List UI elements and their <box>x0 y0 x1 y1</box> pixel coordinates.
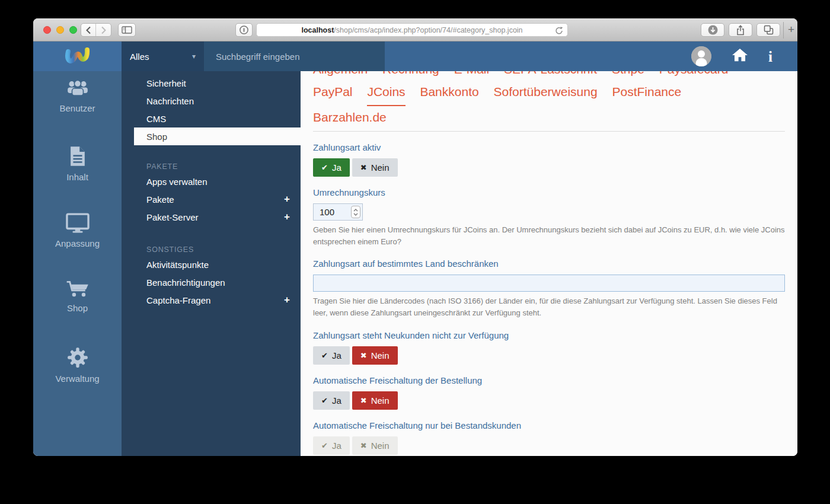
no-button-disabled[interactable]: ✖ Nein <box>352 436 398 455</box>
minimize-window-button[interactable] <box>56 26 64 34</box>
reload-icon <box>555 26 563 35</box>
tab-barzahlen[interactable]: Barzahlen.de <box>313 106 387 129</box>
menu-item-apps-verwalten[interactable]: Apps verwalten <box>122 173 301 190</box>
menu-item-label: Pakete <box>146 194 174 205</box>
tab-divider <box>313 131 785 132</box>
check-icon: ✔ <box>321 441 328 450</box>
field-label: Zahlungsart auf bestimmtes Land beschrän… <box>313 259 785 269</box>
download-icon <box>708 25 718 35</box>
back-button[interactable] <box>81 24 96 36</box>
field-zahlungsart-aktiv: Zahlungsart aktiv ✔ Ja ✖ Nein <box>313 142 785 177</box>
field-label: Umrechnungskurs <box>313 187 785 197</box>
menu-item-sicherheit[interactable]: Sicherheit <box>122 74 301 92</box>
payment-tabs: Allgemein Rechnung E-Mail SEPA-Lastschri… <box>313 71 785 129</box>
user-avatar[interactable] <box>691 46 711 66</box>
home-button[interactable] <box>732 48 748 65</box>
primary-sidebar: Benutzer Inhalt <box>33 71 122 456</box>
no-label: Nein <box>371 350 390 361</box>
tab-paypal[interactable]: PayPal <box>313 81 353 103</box>
close-window-button[interactable] <box>43 26 51 34</box>
tab-postfinance[interactable]: PostFinance <box>612 81 681 103</box>
downloads-button[interactable] <box>701 23 724 37</box>
yes-label: Ja <box>332 162 341 173</box>
menu-item-shop-active[interactable]: Shop <box>134 127 301 145</box>
tab-overview-icon <box>764 25 774 35</box>
search-scope-dropdown[interactable]: Alles ▾ <box>122 42 204 71</box>
share-button[interactable] <box>729 23 752 37</box>
reload-button[interactable] <box>555 26 563 37</box>
tab-sepa-lastschrift[interactable]: SEPA-Lastschrift <box>504 71 597 81</box>
field-help: Tragen Sie hier die Ländercodes (nach IS… <box>313 295 785 319</box>
menu-item-label: Captcha-Fragen <box>146 295 210 305</box>
woltlab-logo[interactable] <box>33 42 122 71</box>
yes-label: Ja <box>332 350 341 361</box>
desktop-icon <box>65 213 90 233</box>
yes-button[interactable]: ✔ Ja <box>313 158 350 177</box>
sidebar-item-label: Verwaltung <box>55 374 99 384</box>
tab-bankkonto[interactable]: Bankkonto <box>420 81 478 103</box>
plus-icon[interactable]: + <box>284 294 290 306</box>
chrome-right-buttons <box>701 23 780 37</box>
no-button[interactable]: ✖ Nein <box>352 158 398 177</box>
address-bar[interactable]: localhost/shop/cms/acp/index.php?option/… <box>256 23 568 37</box>
search-input[interactable] <box>204 52 385 62</box>
tab-paysafecard[interactable]: Paysafecard <box>659 71 729 81</box>
sidebar-item-anpassung[interactable]: Anpassung <box>33 210 122 277</box>
menu-item-nachrichten[interactable]: Nachrichten <box>122 92 301 110</box>
menu-item-paket-server[interactable]: Paket-Server+ <box>122 208 301 226</box>
menu-item-pakete[interactable]: Pakete+ <box>122 190 301 208</box>
menu-item-benachrichtigungen[interactable]: Benachrichtigungen <box>122 273 301 291</box>
menu-section-header: SONSTIGES <box>122 244 301 256</box>
sidebar-item-inhalt[interactable]: Inhalt <box>33 143 122 210</box>
yes-button[interactable]: ✔ Ja <box>313 391 350 410</box>
field-help: Geben Sie hier einen Umrechnungskurs für… <box>313 224 785 248</box>
zoom-window-button[interactable] <box>69 26 77 34</box>
info-button[interactable]: i <box>768 49 772 64</box>
sidebar-item-shop[interactable]: Shop <box>33 277 122 344</box>
new-tab-button[interactable]: + <box>786 21 797 38</box>
laendercodes-input[interactable] <box>313 275 785 292</box>
menu-item-label: Benachrichtigungen <box>146 277 225 288</box>
yes-button-disabled[interactable]: ✔ Ja <box>313 436 350 455</box>
sidebar-item-benutzer[interactable]: Benutzer <box>33 76 122 143</box>
sidebar-item-verwaltung[interactable]: Verwaltung <box>33 344 122 411</box>
menu-item-label: Aktivitätspunkte <box>146 260 209 270</box>
tab-sofortueberweisung[interactable]: Sofortüberweisung <box>494 81 598 103</box>
field-neukunden: Zahlungsart steht Neukunden nicht zur Ve… <box>313 330 785 365</box>
browser-window: localhost/shop/cms/acp/index.php?option/… <box>33 18 797 456</box>
menu-item-label: Sicherheit <box>146 78 186 88</box>
number-stepper[interactable] <box>351 206 360 218</box>
field-freischaltung-bestandskunden: Automatische Freischaltung nur bei Besta… <box>313 420 785 455</box>
sidebar-toggle-button[interactable] <box>118 23 136 37</box>
menu-item-captcha-fragen[interactable]: Captcha-Fragen+ <box>122 291 301 309</box>
tab-rechnung[interactable]: Rechnung <box>382 71 439 81</box>
tab-jcoins-active[interactable]: JCoins <box>367 81 405 106</box>
content-area: Allgemein Rechnung E-Mail SEPA-Lastschri… <box>301 71 797 456</box>
forward-button[interactable] <box>96 24 111 36</box>
tab-allgemein[interactable]: Allgemein <box>313 71 368 81</box>
menu-section-sonstiges: SONSTIGES Aktivitätspunkte Benachrichtig… <box>122 244 301 309</box>
no-label: Nein <box>371 441 390 451</box>
users-icon <box>66 79 90 98</box>
stepper-down-icon <box>353 213 358 216</box>
yes-button[interactable]: ✔ Ja <box>313 346 350 365</box>
file-text-icon <box>69 146 86 167</box>
tab-row-1: Allgemein Rechnung E-Mail SEPA-Lastschri… <box>313 71 785 81</box>
user-icon <box>691 46 711 66</box>
menu-item-cms[interactable]: CMS <box>122 110 301 127</box>
menu-item-aktivitaetspunkte[interactable]: Aktivitätspunkte <box>122 256 301 273</box>
tab-overview-button[interactable] <box>756 23 780 37</box>
tab-stripe[interactable]: Stripe <box>612 71 644 81</box>
plus-icon[interactable]: + <box>284 193 290 205</box>
plus-icon[interactable]: + <box>284 211 290 223</box>
field-freischaltung-bestellung: Automatische Freischaltung der Bestellun… <box>313 375 785 410</box>
no-button[interactable]: ✖ Nein <box>352 391 398 410</box>
onepassword-extension-button[interactable] <box>235 23 253 37</box>
field-label: Automatische Freischaltung nur bei Besta… <box>313 420 785 430</box>
no-label: Nein <box>371 162 390 173</box>
field-label: Zahlungsart aktiv <box>313 142 785 152</box>
url-path: /shop/cms/acp/index.php?option/74/#categ… <box>334 26 522 34</box>
no-button[interactable]: ✖ Nein <box>352 346 398 365</box>
tab-email[interactable]: E-Mail <box>454 71 490 81</box>
acp-navbar: Alles ▾ i <box>33 42 797 71</box>
